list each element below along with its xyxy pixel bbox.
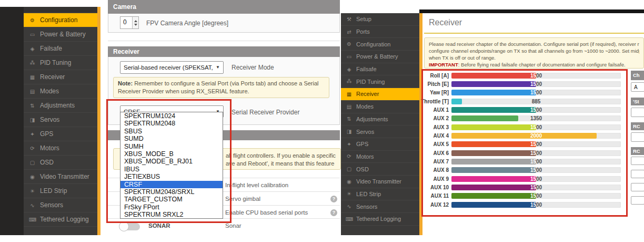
sidebar-item-label: Adjustments xyxy=(356,116,388,122)
cutoff-input[interactable] xyxy=(631,108,644,117)
sidebar-item-sensors[interactable]: ∿Sensors xyxy=(341,200,419,213)
sidebar-item-setup[interactable]: ⚒Setup xyxy=(341,13,419,26)
important-text: : Before flying read failsafe chapter of… xyxy=(458,62,626,67)
help-icon[interactable]: ? xyxy=(330,209,337,216)
sidebar-item-label: LED Strip xyxy=(40,187,67,195)
channel-bar: 1500 xyxy=(451,150,536,156)
channel-row: AUX 815001500 xyxy=(420,166,621,175)
cutoff-select[interactable]: A xyxy=(631,82,644,92)
step-down-icon[interactable] xyxy=(134,24,137,26)
dropdown-option-spektrum2048[interactable]: SPEKTRUM2048 xyxy=(120,120,223,127)
sidebar-item-gps[interactable]: ✦GPS xyxy=(341,138,419,151)
channel-monitor: Roll [A]15001500Pitch [E]15001500Yaw [R]… xyxy=(420,71,621,209)
dropdown-option-sbus[interactable]: SBUS xyxy=(120,128,223,135)
channel-bar: 885 xyxy=(451,99,462,104)
dropdown-option-xbus-mode-b[interactable]: XBUS_MODE_B xyxy=(120,150,223,158)
channel-track: 15001500 xyxy=(451,150,621,156)
dropdown-option-spektrum-srxl2[interactable]: SPEKTRUM SRXL2 xyxy=(120,211,223,218)
sidebar-item-osd[interactable]: ▢OSD xyxy=(341,163,419,176)
dropdown-option-target-custom[interactable]: TARGET_CUSTOM xyxy=(120,196,223,203)
channel-track: 15001500 xyxy=(451,124,621,130)
wrench-icon: ⚒ xyxy=(346,16,353,22)
sidebar-item-power-battery[interactable]: ▭Power & Battery xyxy=(341,51,419,63)
channel-row: AUX 615001500 xyxy=(420,149,621,157)
sidebar-item-configuration[interactable]: ⚙Configuration xyxy=(341,38,419,51)
sidebar-item-tethered-logging[interactable]: ⌨Tethered Logging xyxy=(341,213,419,226)
fpv-angle-stepper[interactable] xyxy=(132,17,138,28)
sidebar-item-tethered-logging[interactable]: ⌨Tethered Logging xyxy=(24,212,97,227)
sidebar-item-failsafe[interactable]: ◈Failsafe xyxy=(24,42,97,56)
dropdown-option-spektrum1024[interactable]: SPEKTRUM1024 xyxy=(120,112,223,120)
info-line: Please read receiver chapter of the docu… xyxy=(429,41,639,47)
receiver-info-note: Please read receiver chapter of the docu… xyxy=(424,37,644,69)
sidebar-item-motors[interactable]: ⟳Motors xyxy=(341,151,419,163)
sidebar-item-servos[interactable]: ◨Servos xyxy=(24,113,97,127)
channel-row: Roll [A]15001500 xyxy=(420,71,621,80)
ports-icon: ⇄ xyxy=(346,29,353,35)
cutoff-input[interactable] xyxy=(631,170,644,178)
sidebar-item-gps[interactable]: ✦GPS xyxy=(24,127,97,141)
sidebar-item-failsafe[interactable]: ◈Failsafe xyxy=(341,63,419,76)
sidebar-item-modes[interactable]: ▤Modes xyxy=(24,84,97,99)
sidebar-item-label: Modes xyxy=(40,88,59,95)
section-divider xyxy=(108,41,340,41)
camera-section-title: Camera xyxy=(113,0,136,14)
sidebar-item-pid-tuning[interactable]: ⁂PID Tuning xyxy=(341,75,419,88)
sidebar-item-led-strip[interactable]: ☀LED Strip xyxy=(341,188,419,201)
sidebar-item-label: Motors xyxy=(40,144,59,152)
dropdown-option-frsky-fport[interactable]: FrSky FPort xyxy=(120,204,223,211)
channel-track: 15001500 xyxy=(451,141,621,147)
dropdown-option-xbus-mode-b-rj01[interactable]: XBUS_MODE_B_RJ01 xyxy=(120,158,223,165)
cutoff-input[interactable] xyxy=(631,157,644,165)
dropdown-option-jetiexbus[interactable]: JETIEXBUS xyxy=(120,173,223,180)
step-up-icon[interactable] xyxy=(134,20,137,22)
receiver-icon: ▦ xyxy=(29,74,36,80)
sidebar-item-osd[interactable]: ▢OSD xyxy=(24,156,97,170)
sonar-feature-name: SONAR xyxy=(148,222,170,229)
sidebar-item-ports[interactable]: ⇄Ports xyxy=(341,26,419,38)
tethered-logging-icon: ⌨ xyxy=(346,216,353,222)
title-underline xyxy=(424,33,644,34)
sidebar-item-pid-tuning[interactable]: ⁂PID Tuning xyxy=(24,56,97,70)
channel-row: AUX 1015001500 xyxy=(420,183,621,191)
sidebar-item-video-transmitter[interactable]: ◉Video Transmitter xyxy=(24,170,97,184)
dropdown-option-crsf[interactable]: CRSF xyxy=(120,181,223,188)
sidebar-item-video-transmitter[interactable]: ◉Video Transmitter xyxy=(341,176,419,188)
dropdown-option-sumd[interactable]: SUMD xyxy=(120,135,223,142)
sidebar-item-receiver[interactable]: ▦Receiver xyxy=(341,88,419,101)
sidebar-item-servos[interactable]: ◨Servos xyxy=(341,125,419,138)
sidebar-item-adjustments[interactable]: ⇅Adjustments xyxy=(24,99,97,113)
channel-row: AUX 1215001500 xyxy=(420,200,621,209)
receiver-mode-select[interactable]: Serial-based receiver (SPEKSAT, S▼ xyxy=(120,61,224,74)
dropdown-option-ibus[interactable]: IBUS xyxy=(120,166,223,173)
left-sidebar-scrollbar[interactable] xyxy=(97,7,100,235)
channel-track: 13501350 xyxy=(451,115,621,121)
sidebar-item-modes[interactable]: ▤Modes xyxy=(341,101,419,113)
sonar-feature-desc: Sonar xyxy=(225,222,242,229)
cutoff-input[interactable] xyxy=(631,132,644,142)
channel-value-overlay: 1500 xyxy=(451,90,536,95)
toggle-knob[interactable] xyxy=(119,221,129,231)
cutoff-input[interactable] xyxy=(631,183,644,191)
sidebar-item-sensors[interactable]: ∿Sensors xyxy=(24,198,97,212)
sidebar-item-configuration[interactable]: ⚙Configuration xyxy=(24,13,97,27)
sidebar-item-motors[interactable]: ⟳Motors xyxy=(24,141,97,156)
sonar-toggle[interactable] xyxy=(120,223,140,230)
dropdown-option-spektrum2048-srxl[interactable]: SPEKTRUM2048/SRXL xyxy=(120,188,223,196)
channel-bar: 1500 xyxy=(451,167,536,173)
sidebar-item-power-battery[interactable]: ▭Power & Battery xyxy=(24,27,97,42)
cutoff-input[interactable] xyxy=(631,196,644,205)
channel-label: Yaw [R] xyxy=(420,90,451,95)
channel-bar: 1500 xyxy=(451,176,536,182)
sidebar-partial-item[interactable] xyxy=(24,7,97,13)
help-icon[interactable]: ? xyxy=(330,196,337,202)
sidebar-item-led-strip[interactable]: ☀LED Strip xyxy=(24,184,97,198)
feature-label: Servo gimbal xyxy=(225,192,260,206)
channel-bar: 1500 xyxy=(451,107,536,113)
sidebar-item-adjustments[interactable]: ⇅Adjustments xyxy=(341,113,419,126)
channel-row: Yaw [R]15001500 xyxy=(420,89,621,97)
sidebar-item-receiver[interactable]: ▦Receiver xyxy=(24,70,97,84)
channel-value-overlay: 1500 xyxy=(451,107,536,113)
dropdown-option-sumh[interactable]: SUMH xyxy=(120,143,223,150)
channel-label: Pitch [E] xyxy=(420,81,451,87)
